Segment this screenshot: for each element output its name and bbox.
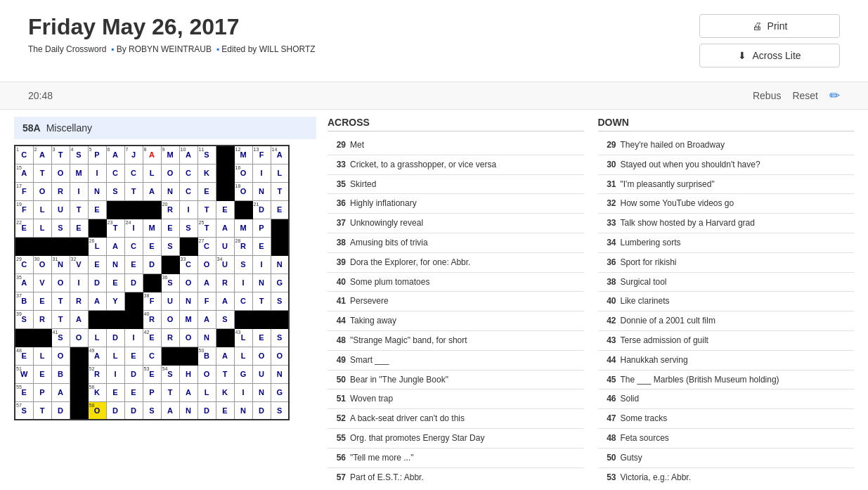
grid-cell[interactable]: 25T [197,219,216,237]
grid-cell[interactable]: T [124,182,143,200]
clue-item[interactable]: 55Org. that promotes Energy Star Day [328,430,584,446]
clue-item[interactable]: 33Cricket, to a grasshopper, or vice ver… [328,157,584,173]
grid-cell[interactable]: E [33,292,51,310]
grid-cell[interactable]: N [88,182,106,200]
grid-cell[interactable]: N [179,292,197,310]
grid-cell[interactable]: 9M [161,146,179,164]
grid-cell[interactable] [271,237,289,255]
grid-cell[interactable] [33,328,51,347]
grid-cell[interactable]: N [161,182,179,200]
grid-cell[interactable]: 32V [70,255,88,273]
print-button[interactable]: 🖨 Print [699,14,840,38]
grid-cell[interactable]: 2A [33,146,51,164]
grid-cell[interactable]: S [143,401,161,420]
grid-cell[interactable]: 36S [161,273,179,292]
grid-cell[interactable]: 30O [33,255,51,273]
grid-cell[interactable]: 43L [234,328,252,347]
grid-cell[interactable]: L [33,200,51,219]
grid-cell[interactable] [179,237,197,255]
grid-cell[interactable]: E [197,182,216,200]
grid-cell[interactable]: T [51,292,70,310]
grid-cell[interactable]: 42E [143,328,161,347]
grid-cell[interactable]: E [88,255,106,273]
grid-cell[interactable] [70,347,88,365]
grid-cell[interactable]: 24I [124,219,143,237]
grid-cell[interactable]: E [252,237,271,255]
grid-cell[interactable] [216,146,234,164]
grid-cell[interactable] [70,365,88,383]
clue-item[interactable]: 44Taking away [328,313,584,329]
grid-cell[interactable]: I [252,164,271,182]
grid-cell[interactable]: C [179,164,197,182]
clue-item[interactable]: 36Sport for rikishi [598,254,855,271]
grid-cell[interactable] [143,273,161,292]
grid-cell[interactable]: 35A [15,273,33,292]
grid-cell[interactable]: 48E [15,347,33,365]
grid-cell[interactable]: 31N [51,255,70,273]
grid-cell[interactable]: C [143,347,161,365]
grid-cell[interactable]: E [271,200,289,219]
grid-cell[interactable] [124,292,143,310]
grid-cell[interactable]: R [216,273,234,292]
grid-cell[interactable]: S [216,310,234,328]
grid-cell[interactable]: O [197,365,216,383]
grid-cell[interactable]: T [51,310,70,328]
grid-cell[interactable]: 8A [143,146,161,164]
grid-cell[interactable]: 5P [88,146,106,164]
grid-cell[interactable]: 51W [15,365,33,383]
grid-cell[interactable] [179,347,197,365]
grid-cell[interactable]: L [33,347,51,365]
grid-cell[interactable]: E [216,401,234,420]
grid-cell[interactable]: O [179,328,197,347]
grid-cell[interactable]: A [143,182,161,200]
grid-cell[interactable] [70,237,88,255]
grid-cell[interactable]: D [124,401,143,420]
grid-cell[interactable]: I [70,182,88,200]
grid-cell[interactable]: N [234,401,252,420]
grid-cell[interactable]: D [124,273,143,292]
grid-cell[interactable]: 3T [51,146,70,164]
grid-cell[interactable]: A [216,292,234,310]
clue-item[interactable]: 38Amusing bits of trivia [328,235,584,251]
clue-item[interactable]: 49Smart ___ [328,352,584,368]
meta-link[interactable]: The Daily Crossword [28,44,106,54]
grid-cell[interactable] [33,237,51,255]
grid-cell[interactable]: E [161,219,179,237]
grid-cell[interactable]: E [216,200,234,219]
grid-cell[interactable]: G [271,383,289,401]
clue-item[interactable]: 56"Tell me more ..." [328,450,584,466]
grid-cell[interactable]: E [124,255,143,273]
grid-cell[interactable]: 27C [197,237,216,255]
grid-cell[interactable]: 18O [234,182,252,200]
clue-item[interactable]: 40Some plum tomatoes [328,274,584,290]
grid-cell[interactable]: R [33,310,51,328]
grid-cell[interactable]: R [161,328,179,347]
grid-cell[interactable]: 16O [234,164,252,182]
grid-cell[interactable]: C [234,292,252,310]
clue-item[interactable]: 32How some YouTube videos go [598,195,855,212]
grid-cell[interactable]: A [106,237,124,255]
clue-item[interactable]: 30Stayed out when you shouldn't have? [598,157,855,173]
grid-cell[interactable]: S [51,219,70,237]
grid-cell[interactable] [216,164,234,182]
grid-cell[interactable]: N [252,182,271,200]
grid-cell[interactable]: U [216,237,234,255]
grid-cell[interactable]: T [161,383,179,401]
clue-item[interactable]: 38Surgical tool [598,274,855,290]
grid-cell[interactable]: V [33,273,51,292]
clue-item[interactable]: 47Some tracks [598,411,855,427]
grid-cell[interactable]: G [271,273,289,292]
clue-item[interactable]: 36Highly inflationary [328,195,584,212]
grid-cell[interactable]: M [143,219,161,237]
grid-cell[interactable]: L [33,219,51,237]
grid-cell[interactable]: D [143,255,161,273]
grid-cell[interactable]: R [70,292,88,310]
grid-cell[interactable] [70,383,88,401]
grid-cell[interactable]: S [271,328,289,347]
clue-item[interactable]: 51Woven trap [328,391,584,407]
grid-cell[interactable]: N [179,401,197,420]
grid-cell[interactable]: P [33,383,51,401]
grid-cell[interactable]: L [234,347,252,365]
grid-cell[interactable] [124,310,143,328]
grid-cell[interactable]: 26L [88,237,106,255]
